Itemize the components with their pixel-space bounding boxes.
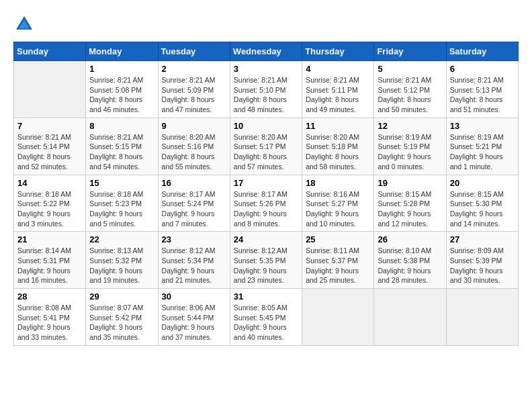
day-number: 22 — [89, 234, 154, 244]
day-number: 10 — [234, 121, 298, 131]
day-number: 7 — [17, 121, 82, 131]
day-info: Sunrise: 8:21 AMSunset: 5:13 PMDaylight:… — [450, 75, 515, 115]
calendar-cell: 7Sunrise: 8:21 AMSunset: 5:14 PMDaylight… — [14, 118, 86, 175]
calendar-cell: 26Sunrise: 8:10 AMSunset: 5:38 PMDayligh… — [374, 232, 446, 289]
day-number: 20 — [450, 178, 515, 188]
day-number: 9 — [162, 121, 226, 131]
calendar-cell: 21Sunrise: 8:14 AMSunset: 5:31 PMDayligh… — [14, 232, 86, 289]
day-info: Sunrise: 8:10 AMSunset: 5:38 PMDaylight:… — [378, 246, 442, 285]
calendar-cell: 14Sunrise: 8:18 AMSunset: 5:22 PMDayligh… — [14, 175, 86, 232]
calendar-cell — [446, 289, 518, 346]
calendar-cell: 31Sunrise: 8:05 AMSunset: 5:45 PMDayligh… — [230, 289, 302, 346]
day-info: Sunrise: 8:11 AMSunset: 5:37 PMDaylight:… — [306, 246, 370, 285]
logo-icon — [13, 13, 35, 35]
day-number: 1 — [89, 64, 154, 74]
day-info: Sunrise: 8:19 AMSunset: 5:21 PMDaylight:… — [450, 132, 515, 172]
day-number: 19 — [378, 178, 442, 188]
day-number: 13 — [450, 121, 515, 131]
day-info: Sunrise: 8:19 AMSunset: 5:19 PMDaylight:… — [378, 132, 442, 172]
day-info: Sunrise: 8:07 AMSunset: 5:42 PMDaylight:… — [89, 303, 154, 342]
day-info: Sunrise: 8:18 AMSunset: 5:22 PMDaylight:… — [17, 189, 82, 229]
day-info: Sunrise: 8:15 AMSunset: 5:30 PMDaylight:… — [450, 189, 515, 229]
day-info: Sunrise: 8:06 AMSunset: 5:44 PMDaylight:… — [162, 303, 226, 342]
calendar-cell: 4Sunrise: 8:21 AMSunset: 5:11 PMDaylight… — [302, 61, 374, 118]
day-info: Sunrise: 8:15 AMSunset: 5:28 PMDaylight:… — [378, 189, 442, 229]
calendar-cell: 28Sunrise: 8:08 AMSunset: 5:41 PMDayligh… — [14, 289, 86, 346]
day-info: Sunrise: 8:21 AMSunset: 5:11 PMDaylight:… — [306, 75, 370, 115]
calendar-cell: 3Sunrise: 8:21 AMSunset: 5:10 PMDaylight… — [230, 61, 302, 118]
week-row-2: 7Sunrise: 8:21 AMSunset: 5:14 PMDaylight… — [14, 118, 519, 175]
calendar-cell: 18Sunrise: 8:16 AMSunset: 5:27 PMDayligh… — [302, 175, 374, 232]
day-info: Sunrise: 8:05 AMSunset: 5:45 PMDaylight:… — [234, 303, 298, 342]
day-info: Sunrise: 8:13 AMSunset: 5:32 PMDaylight:… — [89, 246, 154, 285]
day-info: Sunrise: 8:14 AMSunset: 5:31 PMDaylight:… — [17, 246, 82, 285]
calendar-cell: 1Sunrise: 8:21 AMSunset: 5:08 PMDaylight… — [86, 61, 158, 118]
day-number: 29 — [89, 291, 154, 302]
day-info: Sunrise: 8:20 AMSunset: 5:17 PMDaylight:… — [234, 132, 298, 172]
calendar-cell: 30Sunrise: 8:06 AMSunset: 5:44 PMDayligh… — [158, 289, 230, 346]
day-number: 21 — [17, 234, 82, 244]
day-number: 8 — [89, 121, 154, 131]
day-info: Sunrise: 8:21 AMSunset: 5:10 PMDaylight:… — [234, 75, 298, 115]
week-row-4: 21Sunrise: 8:14 AMSunset: 5:31 PMDayligh… — [14, 232, 519, 289]
calendar-cell: 16Sunrise: 8:17 AMSunset: 5:24 PMDayligh… — [158, 175, 230, 232]
day-number: 31 — [234, 291, 298, 302]
calendar-cell: 5Sunrise: 8:21 AMSunset: 5:12 PMDaylight… — [374, 61, 446, 118]
day-number: 11 — [306, 121, 370, 131]
page-header — [13, 13, 519, 35]
calendar-cell: 12Sunrise: 8:19 AMSunset: 5:19 PMDayligh… — [374, 118, 446, 175]
day-number: 3 — [234, 64, 298, 74]
day-number: 28 — [17, 291, 82, 302]
day-info: Sunrise: 8:17 AMSunset: 5:24 PMDaylight:… — [162, 189, 226, 229]
day-info: Sunrise: 8:18 AMSunset: 5:23 PMDaylight:… — [89, 189, 154, 229]
calendar-cell — [374, 289, 446, 346]
day-number: 17 — [234, 178, 298, 188]
calendar-cell: 25Sunrise: 8:11 AMSunset: 5:37 PMDayligh… — [302, 232, 374, 289]
day-number: 4 — [306, 64, 370, 74]
day-number: 26 — [378, 234, 442, 244]
day-number: 18 — [306, 178, 370, 188]
week-row-1: 1Sunrise: 8:21 AMSunset: 5:08 PMDaylight… — [14, 61, 519, 118]
day-info: Sunrise: 8:20 AMSunset: 5:16 PMDaylight:… — [162, 132, 226, 172]
day-info: Sunrise: 8:08 AMSunset: 5:41 PMDaylight:… — [17, 303, 82, 342]
day-info: Sunrise: 8:21 AMSunset: 5:14 PMDaylight:… — [17, 132, 82, 172]
day-info: Sunrise: 8:20 AMSunset: 5:18 PMDaylight:… — [306, 132, 370, 172]
day-info: Sunrise: 8:16 AMSunset: 5:27 PMDaylight:… — [306, 189, 370, 229]
calendar-cell: 19Sunrise: 8:15 AMSunset: 5:28 PMDayligh… — [374, 175, 446, 232]
day-info: Sunrise: 8:21 AMSunset: 5:15 PMDaylight:… — [89, 132, 154, 172]
header-thursday: Thursday — [302, 42, 374, 61]
calendar-cell: 29Sunrise: 8:07 AMSunset: 5:42 PMDayligh… — [86, 289, 158, 346]
calendar-cell: 24Sunrise: 8:12 AMSunset: 5:35 PMDayligh… — [230, 232, 302, 289]
calendar-cell — [14, 61, 86, 118]
header-friday: Friday — [374, 42, 446, 61]
calendar-cell: 11Sunrise: 8:20 AMSunset: 5:18 PMDayligh… — [302, 118, 374, 175]
calendar-cell — [302, 289, 374, 346]
header-sunday: Sunday — [14, 42, 86, 61]
day-number: 27 — [450, 234, 515, 244]
calendar-cell: 23Sunrise: 8:12 AMSunset: 5:34 PMDayligh… — [158, 232, 230, 289]
calendar-cell: 15Sunrise: 8:18 AMSunset: 5:23 PMDayligh… — [86, 175, 158, 232]
calendar-cell: 17Sunrise: 8:17 AMSunset: 5:26 PMDayligh… — [230, 175, 302, 232]
calendar-cell: 10Sunrise: 8:20 AMSunset: 5:17 PMDayligh… — [230, 118, 302, 175]
calendar-cell: 22Sunrise: 8:13 AMSunset: 5:32 PMDayligh… — [86, 232, 158, 289]
calendar-cell: 20Sunrise: 8:15 AMSunset: 5:30 PMDayligh… — [446, 175, 518, 232]
header-row: SundayMondayTuesdayWednesdayThursdayFrid… — [14, 42, 519, 61]
day-number: 24 — [234, 234, 298, 244]
day-number: 16 — [162, 178, 226, 188]
day-info: Sunrise: 8:21 AMSunset: 5:09 PMDaylight:… — [162, 75, 226, 115]
day-number: 12 — [378, 121, 442, 131]
day-number: 5 — [378, 64, 442, 74]
day-info: Sunrise: 8:09 AMSunset: 5:39 PMDaylight:… — [450, 246, 515, 285]
day-info: Sunrise: 8:12 AMSunset: 5:34 PMDaylight:… — [162, 246, 226, 285]
day-info: Sunrise: 8:17 AMSunset: 5:26 PMDaylight:… — [234, 189, 298, 229]
calendar-cell: 9Sunrise: 8:20 AMSunset: 5:16 PMDaylight… — [158, 118, 230, 175]
calendar-cell: 6Sunrise: 8:21 AMSunset: 5:13 PMDaylight… — [446, 61, 518, 118]
header-monday: Monday — [86, 42, 158, 61]
calendar-cell: 2Sunrise: 8:21 AMSunset: 5:09 PMDaylight… — [158, 61, 230, 118]
header-wednesday: Wednesday — [230, 42, 302, 61]
header-saturday: Saturday — [446, 42, 518, 61]
day-number: 6 — [450, 64, 515, 74]
day-info: Sunrise: 8:12 AMSunset: 5:35 PMDaylight:… — [234, 246, 298, 285]
day-number: 15 — [89, 178, 154, 188]
header-tuesday: Tuesday — [158, 42, 230, 61]
